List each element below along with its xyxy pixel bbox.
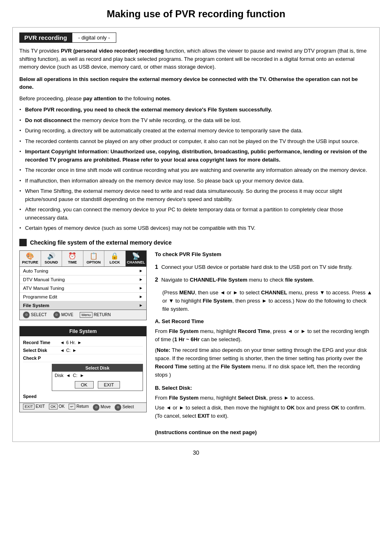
option-icon: 📋 — [90, 253, 98, 259]
tab-sound: 🔊 SOUND — [41, 251, 62, 266]
check-p-row: Check P — [23, 354, 143, 362]
dialog-body: Record Time ◄ 6 Hr. ► Select Disk ◄ C: ► — [20, 336, 146, 402]
file-system-dialog: File System Record Time ◄ 6 Hr. ► Select… — [19, 326, 147, 412]
right-column: To check PVR File System 1 Connect your … — [155, 250, 373, 437]
select-label: ⊙ Select — [115, 404, 134, 411]
tab-channel: 📡 CHANNEL — [126, 251, 147, 266]
sub-dialog-buttons: OK EXIT — [52, 379, 143, 391]
channel-icon: 📡 — [132, 253, 140, 259]
main-content-box: PVR recording - digital only - This TV p… — [12, 27, 380, 442]
arrow-icon: ► — [139, 303, 143, 308]
sub-dialog-title: Select Disk — [52, 364, 143, 372]
step-2: 2 Navigate to CHANNEL-File System menu t… — [155, 275, 373, 284]
tab-time-label: TIME — [68, 260, 77, 264]
move-label: ⊙ Move — [93, 404, 111, 411]
tab-sound-label: SOUND — [44, 260, 58, 264]
channel-menu-ui: 🎨 PICTURE 🔊 SOUND ⏰ TIME 📋 OPTION — [19, 250, 147, 320]
step-2-sub: (Press MENU, then use ◄ or ► to select C… — [162, 289, 373, 313]
step-num-1: 1 — [155, 264, 158, 270]
bullet-item: Before PVR recording, you need to check … — [19, 106, 373, 114]
continue-note: (Instructions continue on the next page) — [155, 428, 373, 437]
return-btn-icon: Menu — [80, 312, 92, 318]
ok-label: OK OK — [49, 404, 65, 411]
intro-paragraph: This TV provides PVR (personal video rec… — [19, 47, 373, 71]
bullet-item: If malfunction, then information already… — [19, 177, 373, 185]
sound-icon: 🔊 — [47, 253, 55, 259]
tab-picture-label: PICTURE — [22, 260, 38, 264]
bullet-item: After recording, you can connect the mem… — [19, 206, 373, 222]
section-b: B. Select Disk: From File System menu, h… — [155, 384, 373, 420]
section-b-text2: Use ◄ or ► to select a disk, then move t… — [155, 404, 373, 420]
arrow-icon: ► — [139, 286, 143, 290]
bullet-item: The recorder once in time shift mode wil… — [19, 166, 373, 174]
step-num-2: 2 — [155, 276, 158, 283]
return-btn: Menu RETURN — [80, 312, 111, 318]
bullet-list: Before PVR recording, you need to check … — [19, 106, 373, 232]
bullet-item: Do not disconnect the memory device from… — [19, 116, 373, 125]
menu-bottom-bar: ⊙ SELECT ⊙ MOVE Menu RETURN — [20, 310, 146, 320]
page-title: Making use of PVR recording function — [12, 8, 380, 20]
left-arrow-icon: ◄ — [66, 373, 70, 378]
select-btn-icon: ⊙ — [115, 404, 121, 411]
bold-warning: Below all operations in this section req… — [19, 75, 373, 91]
right-arrow-icon: ► — [72, 348, 77, 353]
move-btn-icon: ⊙ — [93, 404, 99, 411]
section-a-note: (Note: The record time also depends on y… — [155, 346, 373, 379]
section-b-text1: From File System menu, highlight Select … — [155, 394, 373, 402]
bullet-item: When Time Shifting, the external memory … — [19, 187, 373, 203]
bullet-item: During recording, a directory will be au… — [19, 127, 373, 135]
page-number: 30 — [12, 449, 380, 456]
section-a-text: From File System menu, highlight Record … — [155, 327, 373, 344]
time-icon: ⏰ — [68, 253, 76, 259]
left-arrow-icon: ◄ — [60, 340, 65, 345]
section-b-title: B. Select Disk: — [155, 384, 373, 392]
menu-items-list: Auto Tuning ► DTV Manual Tuning ► ATV Ma… — [20, 267, 146, 310]
tab-option-label: OPTION — [86, 260, 101, 264]
sub-dialog-disk-row: Disk ◄ C: ► — [52, 372, 143, 379]
exit-button[interactable]: EXIT — [98, 381, 120, 388]
exit-label: EXIT EXIT — [23, 404, 45, 411]
tab-time: ⏰ TIME — [62, 251, 83, 266]
lock-icon: 🔒 — [111, 253, 119, 259]
section-a-title: A. Set Record Time — [155, 317, 373, 326]
menu-item-dtv: DTV Manual Tuning ► — [20, 275, 146, 284]
select-btn-icon: ⊙ — [23, 312, 30, 318]
right-arrow-icon: ► — [77, 340, 82, 345]
left-arrow-icon: ◄ — [60, 348, 65, 353]
bullet-item: The recorded contents cannot be played o… — [19, 137, 373, 146]
tab-channel-label: CHANNEL — [127, 260, 145, 264]
sub-dialog-select-disk: Select Disk Disk ◄ C: ► OK EXIT — [52, 364, 143, 391]
menu-item-filesystem: File System ► — [20, 301, 146, 310]
return-label: ↩ Return — [69, 404, 89, 411]
arrow-icon: ► — [139, 277, 143, 282]
bullet-item: Certain types of memory device (such as … — [19, 224, 373, 232]
dialog-title: File System — [20, 326, 146, 336]
move-btn-icon: ⊙ — [53, 312, 60, 318]
dialog-bottom-bar: EXIT EXIT OK OK ↩ Return ⊙ Move ⊙ Select — [20, 402, 146, 412]
return-btn-icon: ↩ — [69, 404, 75, 409]
pvr-header-label: PVR recording — [19, 32, 72, 43]
select-btn: ⊙ SELECT — [23, 312, 47, 318]
section-header: Checking file system of the external mem… — [19, 239, 373, 246]
tab-lock: 🔒 LOCK — [104, 251, 126, 266]
tab-picture: 🎨 PICTURE — [20, 251, 41, 266]
menu-item-auto-tuning: Auto Tuning ► — [20, 267, 146, 275]
step-1: 1 Connect your USB device or portable ha… — [155, 263, 373, 272]
arrow-icon: ► — [139, 294, 143, 299]
note-text: Before proceeding, please pay attention … — [19, 95, 373, 103]
left-column: 🎨 PICTURE 🔊 SOUND ⏰ TIME 📋 OPTION — [19, 250, 147, 412]
record-time-row: Record Time ◄ 6 Hr. ► — [23, 339, 143, 347]
move-btn: ⊙ MOVE — [53, 312, 73, 318]
section-title: Checking file system of the external mem… — [30, 239, 172, 246]
pvr-header-subtitle: - digital only - — [72, 32, 116, 43]
speed-row: Speed — [23, 393, 143, 400]
ok-button[interactable]: OK — [75, 381, 94, 388]
menu-item-atv: ATV Manual Tuning ► — [20, 284, 146, 293]
select-disk-row: Select Disk ◄ C: ► — [23, 347, 143, 354]
arrow-icon: ► — [139, 268, 143, 273]
bullet-item: Important Copyright Information: Unautho… — [19, 148, 373, 164]
tab-option: 📋 OPTION — [83, 251, 105, 266]
two-column-layout: 🎨 PICTURE 🔊 SOUND ⏰ TIME 📋 OPTION — [19, 250, 373, 437]
instructions-title: To check PVR File System — [155, 250, 373, 259]
menu-tabs: 🎨 PICTURE 🔊 SOUND ⏰ TIME 📋 OPTION — [20, 251, 146, 267]
